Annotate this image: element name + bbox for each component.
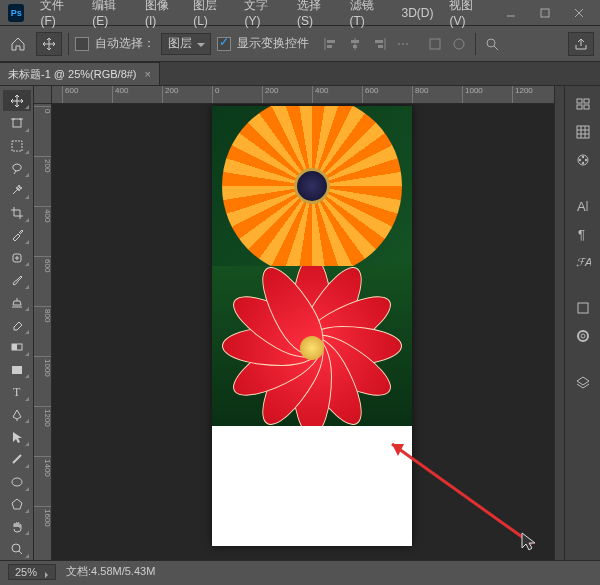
history-panel-icon[interactable]: [570, 92, 596, 116]
svg-rect-35: [577, 99, 582, 103]
menu-edit[interactable]: 编辑(E): [84, 0, 137, 28]
line-tool[interactable]: [3, 449, 31, 470]
eraser-tool[interactable]: [3, 314, 31, 335]
rectangle-shape-tool[interactable]: [3, 359, 31, 380]
separator: [475, 33, 476, 55]
auto-select-target-dropdown[interactable]: 图层: [161, 33, 211, 55]
type-tool[interactable]: T: [3, 381, 31, 402]
ruler-tick: 200: [162, 86, 178, 104]
maximize-button[interactable]: [528, 3, 562, 23]
svg-line-28: [13, 455, 21, 463]
align-right-icon[interactable]: [369, 34, 389, 54]
glyphs-panel-icon[interactable]: ℱA: [570, 250, 596, 274]
svg-point-46: [584, 159, 586, 161]
ruler-tick: 600: [62, 86, 78, 104]
artboard-tool[interactable]: [3, 112, 31, 133]
doc-size-label: 文档:4.58M/5.43M: [66, 564, 155, 579]
app-logo: Ps: [8, 4, 24, 22]
magic-wand-tool[interactable]: [3, 180, 31, 201]
libraries-panel-icon[interactable]: [570, 324, 596, 348]
image-layer-2: [212, 266, 412, 426]
auto-select-checkbox[interactable]: [75, 37, 89, 51]
show-transform-checkbox[interactable]: [217, 37, 231, 51]
polygon-tool[interactable]: [3, 494, 31, 515]
svg-rect-26: [12, 366, 22, 374]
crop-tool[interactable]: [3, 202, 31, 223]
svg-marker-30: [12, 499, 22, 509]
move-tool[interactable]: [3, 90, 31, 111]
ruler-tick: 400: [112, 86, 128, 104]
tab-close-icon[interactable]: ×: [145, 68, 151, 80]
ruler-tick: 400: [34, 206, 52, 222]
align-left-icon[interactable]: [321, 34, 341, 54]
align-center-h-icon[interactable]: [345, 34, 365, 54]
gradient-tool[interactable]: [3, 337, 31, 358]
image-layer-1: [212, 106, 412, 266]
svg-point-45: [581, 156, 583, 158]
svg-rect-11: [375, 40, 383, 43]
spot-heal-tool[interactable]: [3, 247, 31, 268]
separator: [68, 33, 69, 55]
menu-select[interactable]: 选择(S): [289, 0, 342, 28]
search-icon[interactable]: [482, 34, 502, 54]
pen-tool[interactable]: [3, 404, 31, 425]
3d-mode-buttons: [425, 34, 469, 54]
document-tab[interactable]: 未标题-1 @ 25%(RGB/8#) ×: [0, 62, 160, 85]
lasso-tool[interactable]: [3, 157, 31, 178]
ruler-origin[interactable]: [34, 86, 52, 104]
panel-vscroll[interactable]: [554, 86, 564, 560]
more-align-icon[interactable]: ⋯: [393, 34, 413, 54]
svg-rect-20: [12, 141, 22, 151]
menu-view[interactable]: 视图(V): [441, 0, 494, 28]
layers-panel-icon[interactable]: [570, 370, 596, 394]
menu-layer[interactable]: 图层(L): [185, 0, 236, 28]
mask-mode-icon[interactable]: [449, 34, 469, 54]
menu-3d[interactable]: 3D(D): [393, 6, 441, 20]
ruler-vertical[interactable]: 0 200 400 600 800 1000 1200 1400 1600: [34, 104, 52, 560]
eyedropper-tool[interactable]: [3, 225, 31, 246]
menu-filter[interactable]: 滤镜(T): [342, 0, 394, 28]
svg-rect-13: [430, 39, 440, 49]
svg-text:T: T: [13, 385, 21, 399]
paragraph-panel-icon[interactable]: ¶: [570, 222, 596, 246]
home-button[interactable]: [6, 32, 30, 56]
ruler-horizontal[interactable]: 600 400 200 0 200 400 600 800 1000 1200: [34, 86, 554, 104]
menu-type[interactable]: 文字(Y): [236, 0, 289, 28]
zoom-tool[interactable]: [3, 538, 31, 559]
ellipse-tool[interactable]: [3, 471, 31, 492]
adjustments-panel-icon[interactable]: [570, 296, 596, 320]
hand-tool[interactable]: [3, 516, 31, 537]
properties-panel-icon[interactable]: [570, 120, 596, 144]
svg-point-31: [12, 544, 20, 552]
brush-tool[interactable]: [3, 269, 31, 290]
menu-image[interactable]: 图像(I): [137, 0, 185, 28]
workspace: T 600 400 200 0 200 400 600 800 1000 120…: [0, 86, 600, 560]
artboard-content[interactable]: [212, 106, 412, 546]
cursor-icon: [518, 530, 542, 554]
show-transform-label: 显示变换控件: [237, 35, 309, 52]
menu-file[interactable]: 文件(F): [32, 0, 84, 28]
3d-mode-icon[interactable]: [425, 34, 445, 54]
align-buttons: ⋯: [321, 34, 413, 54]
rect-marquee-tool[interactable]: [3, 135, 31, 156]
ruler-tick: 1200: [34, 406, 52, 427]
svg-line-33: [392, 444, 532, 544]
move-tool-preset[interactable]: [36, 32, 62, 56]
svg-rect-17: [13, 119, 21, 127]
clone-stamp-tool[interactable]: [3, 292, 31, 313]
ruler-tick: 200: [262, 86, 278, 104]
zoom-level[interactable]: 25%: [8, 564, 56, 580]
image-layer-3: [212, 426, 412, 546]
canvas[interactable]: [52, 104, 554, 560]
share-button[interactable]: [568, 32, 594, 56]
character-panel-icon[interactable]: A: [570, 194, 596, 218]
ruler-tick: 1400: [34, 456, 52, 477]
minimize-button[interactable]: [494, 3, 528, 23]
svg-rect-8: [351, 40, 359, 43]
svg-rect-6: [327, 45, 332, 48]
options-bar: 自动选择： 图层 显示变换控件 ⋯: [0, 26, 600, 62]
swatches-panel-icon[interactable]: [570, 148, 596, 172]
path-select-tool[interactable]: [3, 426, 31, 447]
svg-rect-1: [541, 9, 549, 17]
close-button[interactable]: [562, 3, 596, 23]
